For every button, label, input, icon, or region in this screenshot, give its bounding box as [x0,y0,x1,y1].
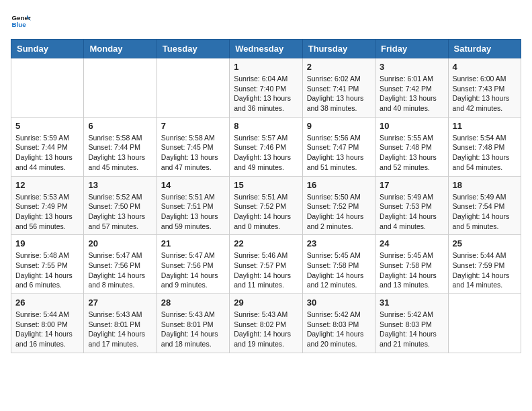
calendar-cell: 19Sunrise: 5:48 AM Sunset: 7:55 PM Dayli… [11,235,84,294]
day-number: 14 [161,180,225,190]
day-number: 7 [161,121,225,131]
page-header: General Blue [11,11,521,31]
calendar-cell: 21Sunrise: 5:47 AM Sunset: 7:56 PM Dayli… [157,235,229,294]
day-number: 16 [307,180,371,190]
col-header-sunday: Sunday [11,40,84,58]
calendar-table: SundayMondayTuesdayWednesdayThursdayFrid… [11,39,521,353]
day-info: Sunrise: 5:46 AM Sunset: 7:57 PM Dayligh… [234,250,298,290]
day-number: 10 [380,121,443,131]
calendar-cell: 12Sunrise: 5:53 AM Sunset: 7:49 PM Dayli… [11,176,84,235]
calendar-cell: 13Sunrise: 5:52 AM Sunset: 7:50 PM Dayli… [84,176,157,235]
day-info: Sunrise: 5:47 AM Sunset: 7:56 PM Dayligh… [161,250,225,290]
day-info: Sunrise: 5:52 AM Sunset: 7:50 PM Dayligh… [88,192,152,232]
logo-icon: General Blue [11,11,31,31]
calendar-cell: 20Sunrise: 5:47 AM Sunset: 7:56 PM Dayli… [84,235,157,294]
day-number: 1 [234,62,298,72]
day-number: 8 [234,121,298,131]
day-info: Sunrise: 5:43 AM Sunset: 8:01 PM Dayligh… [88,310,152,349]
day-number: 5 [15,121,79,131]
day-info: Sunrise: 6:04 AM Sunset: 7:40 PM Dayligh… [234,74,298,113]
day-info: Sunrise: 5:42 AM Sunset: 8:03 PM Dayligh… [307,310,371,349]
calendar-cell: 18Sunrise: 5:49 AM Sunset: 7:54 PM Dayli… [448,176,521,235]
day-info: Sunrise: 6:00 AM Sunset: 7:43 PM Dayligh… [453,74,517,113]
calendar-cell: 4Sunrise: 6:00 AM Sunset: 7:43 PM Daylig… [448,58,521,118]
day-info: Sunrise: 6:02 AM Sunset: 7:41 PM Dayligh… [307,74,371,113]
calendar-cell [448,294,521,353]
calendar-cell: 11Sunrise: 5:54 AM Sunset: 7:48 PM Dayli… [448,117,521,176]
day-number: 28 [161,298,225,308]
calendar-cell: 27Sunrise: 5:43 AM Sunset: 8:01 PM Dayli… [84,294,157,353]
calendar-cell: 3Sunrise: 6:01 AM Sunset: 7:42 PM Daylig… [375,58,448,118]
day-number: 23 [307,238,371,248]
calendar-cell: 30Sunrise: 5:42 AM Sunset: 8:03 PM Dayli… [302,294,375,353]
day-info: Sunrise: 5:45 AM Sunset: 7:58 PM Dayligh… [380,250,443,290]
col-header-wednesday: Wednesday [230,40,302,58]
calendar-header-row: SundayMondayTuesdayWednesdayThursdayFrid… [11,40,521,58]
day-number: 22 [234,238,298,248]
day-number: 29 [234,298,298,308]
day-number: 6 [88,121,152,131]
calendar-cell: 16Sunrise: 5:50 AM Sunset: 7:52 PM Dayli… [302,176,375,235]
calendar-week-row: 1Sunrise: 6:04 AM Sunset: 7:40 PM Daylig… [11,58,521,118]
calendar-cell: 22Sunrise: 5:46 AM Sunset: 7:57 PM Dayli… [230,235,302,294]
calendar-cell: 5Sunrise: 5:59 AM Sunset: 7:44 PM Daylig… [11,117,84,176]
day-info: Sunrise: 6:01 AM Sunset: 7:42 PM Dayligh… [380,74,443,113]
calendar-cell: 24Sunrise: 5:45 AM Sunset: 7:58 PM Dayli… [375,235,448,294]
day-info: Sunrise: 5:50 AM Sunset: 7:52 PM Dayligh… [307,192,371,232]
day-number: 24 [380,238,443,248]
col-header-monday: Monday [84,40,157,58]
col-header-friday: Friday [375,40,448,58]
day-info: Sunrise: 5:56 AM Sunset: 7:47 PM Dayligh… [307,133,371,173]
logo: General Blue [11,11,34,31]
day-info: Sunrise: 5:49 AM Sunset: 7:54 PM Dayligh… [453,192,517,232]
calendar-cell: 7Sunrise: 5:58 AM Sunset: 7:45 PM Daylig… [157,117,229,176]
calendar-cell: 29Sunrise: 5:43 AM Sunset: 8:02 PM Dayli… [230,294,302,353]
day-number: 19 [15,238,79,248]
calendar-week-row: 19Sunrise: 5:48 AM Sunset: 7:55 PM Dayli… [11,235,521,294]
col-header-thursday: Thursday [302,40,375,58]
day-info: Sunrise: 5:45 AM Sunset: 7:58 PM Dayligh… [307,250,371,290]
day-info: Sunrise: 5:58 AM Sunset: 7:45 PM Dayligh… [161,133,225,173]
day-number: 11 [453,121,517,131]
calendar-cell: 26Sunrise: 5:44 AM Sunset: 8:00 PM Dayli… [11,294,84,353]
day-number: 2 [307,62,371,72]
day-info: Sunrise: 5:44 AM Sunset: 8:00 PM Dayligh… [15,310,79,349]
calendar-cell: 9Sunrise: 5:56 AM Sunset: 7:47 PM Daylig… [302,117,375,176]
day-number: 31 [380,298,443,308]
day-info: Sunrise: 5:49 AM Sunset: 7:53 PM Dayligh… [380,192,443,232]
day-info: Sunrise: 5:59 AM Sunset: 7:44 PM Dayligh… [15,133,79,173]
calendar-cell: 31Sunrise: 5:42 AM Sunset: 8:03 PM Dayli… [375,294,448,353]
day-number: 21 [161,238,225,248]
day-info: Sunrise: 5:47 AM Sunset: 7:56 PM Dayligh… [88,250,152,290]
calendar-cell [157,58,229,118]
calendar-cell: 17Sunrise: 5:49 AM Sunset: 7:53 PM Dayli… [375,176,448,235]
day-info: Sunrise: 5:43 AM Sunset: 8:02 PM Dayligh… [234,310,298,349]
day-number: 3 [380,62,443,72]
day-number: 30 [307,298,371,308]
day-number: 9 [307,121,371,131]
col-header-saturday: Saturday [448,40,521,58]
calendar-cell: 28Sunrise: 5:43 AM Sunset: 8:01 PM Dayli… [157,294,229,353]
svg-text:Blue: Blue [12,21,27,28]
day-info: Sunrise: 5:43 AM Sunset: 8:01 PM Dayligh… [161,310,225,349]
day-number: 4 [453,62,517,72]
day-info: Sunrise: 5:44 AM Sunset: 7:59 PM Dayligh… [453,250,517,290]
day-info: Sunrise: 5:42 AM Sunset: 8:03 PM Dayligh… [380,310,443,349]
day-number: 13 [88,180,152,190]
day-info: Sunrise: 5:54 AM Sunset: 7:48 PM Dayligh… [453,133,517,173]
calendar-cell: 23Sunrise: 5:45 AM Sunset: 7:58 PM Dayli… [302,235,375,294]
day-number: 25 [453,238,517,248]
day-number: 15 [234,180,298,190]
calendar-cell [11,58,84,118]
day-number: 17 [380,180,443,190]
calendar-week-row: 12Sunrise: 5:53 AM Sunset: 7:49 PM Dayli… [11,176,521,235]
calendar-cell: 15Sunrise: 5:51 AM Sunset: 7:52 PM Dayli… [230,176,302,235]
calendar-week-row: 26Sunrise: 5:44 AM Sunset: 8:00 PM Dayli… [11,294,521,353]
day-info: Sunrise: 5:53 AM Sunset: 7:49 PM Dayligh… [15,192,79,232]
calendar-cell [84,58,157,118]
calendar-week-row: 5Sunrise: 5:59 AM Sunset: 7:44 PM Daylig… [11,117,521,176]
calendar-cell: 25Sunrise: 5:44 AM Sunset: 7:59 PM Dayli… [448,235,521,294]
calendar-cell: 14Sunrise: 5:51 AM Sunset: 7:51 PM Dayli… [157,176,229,235]
day-info: Sunrise: 5:55 AM Sunset: 7:48 PM Dayligh… [380,133,443,173]
col-header-tuesday: Tuesday [157,40,229,58]
